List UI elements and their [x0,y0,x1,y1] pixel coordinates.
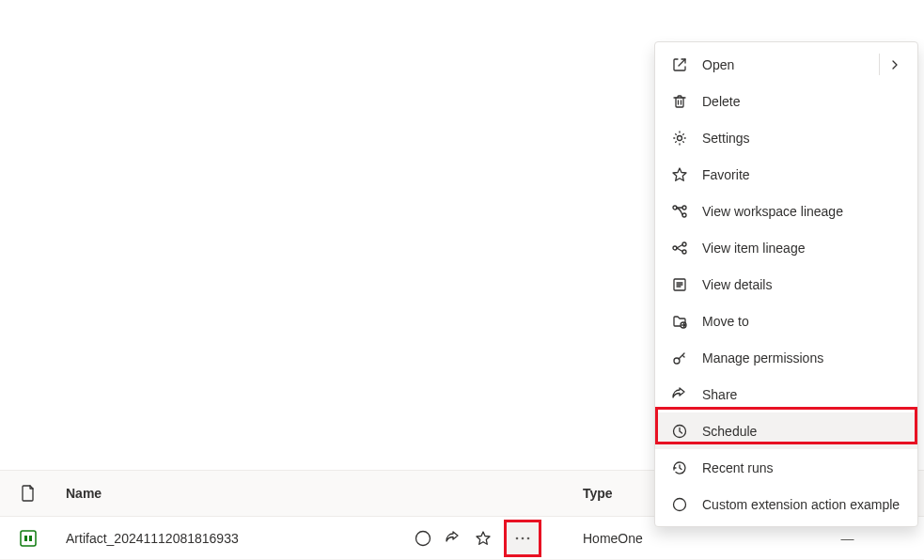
more-options-button[interactable] [504,520,541,557]
svg-point-3 [416,531,431,545]
svg-point-7 [678,135,682,140]
file-icon-header [0,485,56,502]
svg-point-5 [522,537,525,539]
menu-item-custom-extension[interactable]: Custom extension action example [655,486,917,522]
menu-label-open: Open [702,57,887,72]
menu-item-view-details[interactable]: View details [655,266,917,303]
menu-item-open[interactable]: Open [655,46,917,83]
menu-item-recent-runs[interactable]: Recent runs [655,449,917,486]
menu-item-share[interactable]: Share [655,376,917,412]
key-icon [670,349,689,367]
ellipsis-icon [515,537,530,540]
svg-point-10 [682,213,686,217]
menu-label-schedule: Schedule [702,424,902,439]
menu-item-permissions[interactable]: Manage permissions [655,339,917,376]
open-icon [670,55,689,74]
menu-label-custom-extension: Custom extension action example [702,497,902,512]
share-action-icon[interactable] [444,529,462,548]
history-icon [670,459,689,477]
menu-item-schedule[interactable]: Schedule [655,412,917,449]
move-icon [670,312,689,331]
menu-label-settings: Settings [702,131,902,146]
menu-label-move-to: Move to [702,314,902,329]
menu-label-workspace-lineage: View workspace lineage [702,204,902,219]
menu-item-delete[interactable]: Delete [655,83,917,119]
item-lineage-icon [670,239,689,257]
gear-icon [670,129,689,148]
trash-icon [670,92,689,111]
chevron-right-icon [887,57,902,72]
menu-label-recent-runs: Recent runs [702,460,902,475]
svg-rect-0 [21,531,36,546]
item-name[interactable]: Artifact_20241112081816933 [56,531,414,546]
menu-item-settings[interactable]: Settings [655,119,917,156]
details-icon [670,275,689,294]
menu-label-item-lineage: View item lineage [702,241,902,256]
svg-rect-2 [29,536,32,541]
context-menu: Open Delete Settings Favorite [654,41,918,527]
document-icon [21,485,36,502]
svg-rect-1 [24,536,27,541]
menu-item-favorite[interactable]: Favorite [655,156,917,193]
menu-item-workspace-lineage[interactable]: View workspace lineage [655,193,917,229]
svg-point-18 [674,498,686,510]
share-icon [670,385,689,404]
svg-point-13 [682,250,686,254]
svg-point-12 [682,242,686,246]
menu-label-view-details: View details [702,277,902,292]
menu-label-favorite: Favorite [702,167,902,182]
radio-unchecked-icon[interactable] [414,529,432,548]
item-type: HomeOne [583,531,771,546]
clock-icon [670,422,689,441]
menu-item-item-lineage[interactable]: View item lineage [655,229,917,266]
item-owner: — [771,531,924,546]
menu-item-move-to[interactable]: Move to [655,303,917,339]
lineage-icon [670,202,689,221]
menu-label-permissions: Manage permissions [702,350,902,366]
svg-point-6 [527,537,530,539]
name-column-header[interactable]: Name [56,486,414,501]
artifact-type-icon [19,529,38,548]
svg-point-4 [516,537,519,539]
menu-label-share: Share [702,387,902,402]
menu-label-delete: Delete [702,94,902,109]
circle-icon [670,495,689,514]
star-icon [670,165,689,184]
favorite-action-icon[interactable] [474,529,493,548]
